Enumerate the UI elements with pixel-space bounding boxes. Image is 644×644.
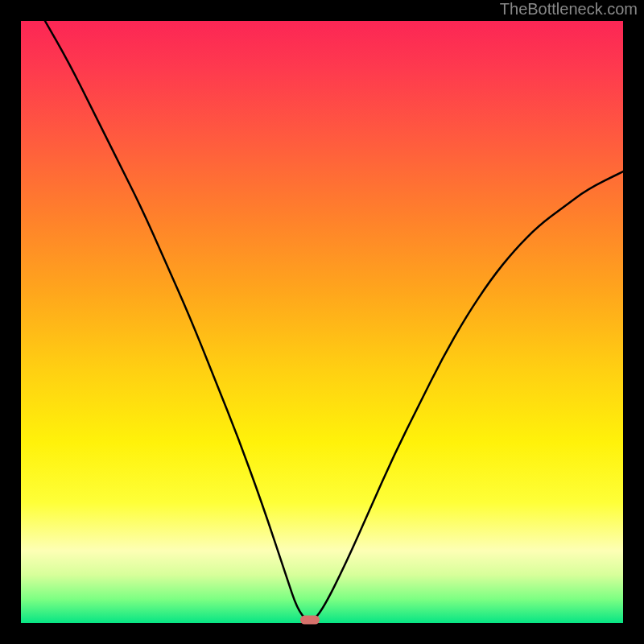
chart-frame: TheBottleneck.com — [0, 0, 644, 644]
bottleneck-curve — [21, 21, 623, 623]
watermark-text: TheBottleneck.com — [500, 0, 638, 19]
plot-area — [21, 21, 623, 623]
curve-path — [45, 21, 623, 620]
optimum-marker — [300, 616, 320, 625]
